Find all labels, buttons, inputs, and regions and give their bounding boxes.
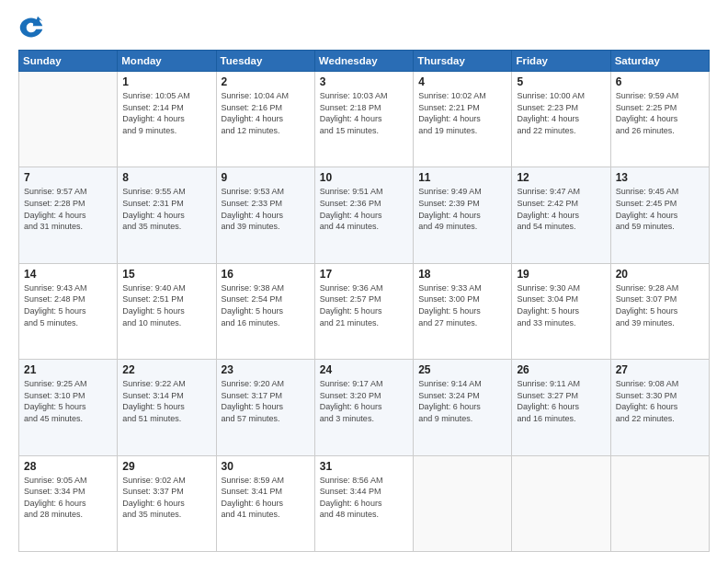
calendar-cell bbox=[610, 455, 709, 551]
day-number: 19 bbox=[517, 268, 605, 281]
day-number: 3 bbox=[320, 75, 408, 88]
day-info: Sunrise: 9:55 AM Sunset: 2:31 PM Dayligh… bbox=[122, 186, 210, 232]
day-info: Sunrise: 9:38 AM Sunset: 2:54 PM Dayligh… bbox=[222, 282, 310, 328]
day-info: Sunrise: 9:45 AM Sunset: 2:45 PM Dayligh… bbox=[616, 186, 704, 232]
day-number: 11 bbox=[418, 171, 506, 184]
calendar-cell: 20Sunrise: 9:28 AM Sunset: 3:07 PM Dayli… bbox=[610, 263, 709, 359]
page: SundayMondayTuesdayWednesdayThursdayFrid… bbox=[0, 0, 728, 563]
weekday-header-saturday: Saturday bbox=[610, 51, 709, 72]
calendar-cell bbox=[512, 455, 610, 551]
day-info: Sunrise: 9:30 AM Sunset: 3:04 PM Dayligh… bbox=[517, 282, 605, 328]
calendar-cell: 22Sunrise: 9:22 AM Sunset: 3:14 PM Dayli… bbox=[118, 360, 216, 455]
calendar-cell: 21Sunrise: 9:25 AM Sunset: 3:10 PM Dayli… bbox=[19, 360, 118, 455]
day-number: 4 bbox=[418, 75, 506, 88]
weekday-header-monday: Monday bbox=[118, 51, 216, 72]
day-number: 2 bbox=[222, 75, 310, 88]
day-info: Sunrise: 9:40 AM Sunset: 2:51 PM Dayligh… bbox=[122, 282, 210, 328]
day-number: 23 bbox=[222, 363, 310, 376]
day-info: Sunrise: 10:04 AM Sunset: 2:16 PM Daylig… bbox=[222, 90, 310, 136]
day-number: 20 bbox=[616, 268, 704, 281]
calendar-cell: 4Sunrise: 10:02 AM Sunset: 2:21 PM Dayli… bbox=[414, 72, 512, 167]
day-number: 13 bbox=[616, 171, 704, 184]
calendar-cell: 5Sunrise: 10:00 AM Sunset: 2:23 PM Dayli… bbox=[512, 72, 610, 167]
logo bbox=[18, 15, 46, 40]
calendar-cell: 18Sunrise: 9:33 AM Sunset: 3:00 PM Dayli… bbox=[414, 263, 512, 359]
day-info: Sunrise: 9:36 AM Sunset: 2:57 PM Dayligh… bbox=[320, 282, 408, 328]
day-number: 18 bbox=[418, 268, 506, 281]
calendar-cell: 9Sunrise: 9:53 AM Sunset: 2:33 PM Daylig… bbox=[216, 167, 314, 263]
day-info: Sunrise: 9:08 AM Sunset: 3:30 PM Dayligh… bbox=[616, 378, 704, 424]
day-info: Sunrise: 9:57 AM Sunset: 2:28 PM Dayligh… bbox=[24, 186, 112, 232]
calendar-cell: 23Sunrise: 9:20 AM Sunset: 3:17 PM Dayli… bbox=[216, 360, 314, 455]
calendar-cell: 7Sunrise: 9:57 AM Sunset: 2:28 PM Daylig… bbox=[19, 167, 118, 263]
day-number: 16 bbox=[222, 268, 310, 281]
day-number: 17 bbox=[320, 268, 408, 281]
weekday-header-sunday: Sunday bbox=[19, 51, 118, 72]
day-number: 1 bbox=[122, 75, 210, 88]
day-info: Sunrise: 10:03 AM Sunset: 2:18 PM Daylig… bbox=[320, 90, 408, 136]
day-number: 28 bbox=[24, 460, 112, 473]
day-number: 5 bbox=[517, 75, 605, 88]
day-number: 29 bbox=[122, 460, 210, 473]
day-number: 15 bbox=[122, 268, 210, 281]
day-number: 30 bbox=[222, 460, 310, 473]
day-number: 26 bbox=[517, 363, 605, 376]
calendar-week-2: 7Sunrise: 9:57 AM Sunset: 2:28 PM Daylig… bbox=[19, 167, 710, 263]
weekday-header-wednesday: Wednesday bbox=[314, 51, 413, 72]
calendar-cell: 11Sunrise: 9:49 AM Sunset: 2:39 PM Dayli… bbox=[414, 167, 512, 263]
calendar-cell: 28Sunrise: 9:05 AM Sunset: 3:34 PM Dayli… bbox=[19, 455, 118, 551]
day-info: Sunrise: 9:47 AM Sunset: 2:42 PM Dayligh… bbox=[517, 186, 605, 232]
calendar-cell: 29Sunrise: 9:02 AM Sunset: 3:37 PM Dayli… bbox=[118, 455, 216, 551]
calendar-cell: 3Sunrise: 10:03 AM Sunset: 2:18 PM Dayli… bbox=[314, 72, 413, 167]
weekday-header-friday: Friday bbox=[512, 51, 610, 72]
day-info: Sunrise: 10:05 AM Sunset: 2:14 PM Daylig… bbox=[122, 90, 210, 136]
weekday-row: SundayMondayTuesdayWednesdayThursdayFrid… bbox=[19, 51, 710, 72]
day-info: Sunrise: 8:59 AM Sunset: 3:41 PM Dayligh… bbox=[222, 475, 310, 521]
calendar-cell: 2Sunrise: 10:04 AM Sunset: 2:16 PM Dayli… bbox=[216, 72, 314, 167]
day-number: 8 bbox=[122, 171, 210, 184]
calendar-cell: 31Sunrise: 8:56 AM Sunset: 3:44 PM Dayli… bbox=[314, 455, 413, 551]
day-info: Sunrise: 9:14 AM Sunset: 3:24 PM Dayligh… bbox=[418, 378, 506, 424]
day-number: 14 bbox=[24, 268, 112, 281]
calendar-cell: 19Sunrise: 9:30 AM Sunset: 3:04 PM Dayli… bbox=[512, 263, 610, 359]
calendar-cell bbox=[19, 72, 118, 167]
calendar-cell: 27Sunrise: 9:08 AM Sunset: 3:30 PM Dayli… bbox=[610, 360, 709, 455]
day-info: Sunrise: 9:02 AM Sunset: 3:37 PM Dayligh… bbox=[122, 475, 210, 521]
day-info: Sunrise: 9:43 AM Sunset: 2:48 PM Dayligh… bbox=[24, 282, 112, 328]
day-info: Sunrise: 9:51 AM Sunset: 2:36 PM Dayligh… bbox=[320, 186, 408, 232]
calendar-cell: 25Sunrise: 9:14 AM Sunset: 3:24 PM Dayli… bbox=[414, 360, 512, 455]
day-info: Sunrise: 8:56 AM Sunset: 3:44 PM Dayligh… bbox=[320, 475, 408, 521]
calendar-week-5: 28Sunrise: 9:05 AM Sunset: 3:34 PM Dayli… bbox=[19, 455, 710, 551]
day-info: Sunrise: 9:49 AM Sunset: 2:39 PM Dayligh… bbox=[418, 186, 506, 232]
weekday-header-tuesday: Tuesday bbox=[216, 51, 314, 72]
day-info: Sunrise: 9:20 AM Sunset: 3:17 PM Dayligh… bbox=[222, 378, 310, 424]
day-info: Sunrise: 9:22 AM Sunset: 3:14 PM Dayligh… bbox=[122, 378, 210, 424]
day-info: Sunrise: 9:17 AM Sunset: 3:20 PM Dayligh… bbox=[320, 378, 408, 424]
calendar-cell: 30Sunrise: 8:59 AM Sunset: 3:41 PM Dayli… bbox=[216, 455, 314, 551]
day-number: 6 bbox=[616, 75, 704, 88]
day-number: 27 bbox=[616, 363, 704, 376]
day-info: Sunrise: 9:59 AM Sunset: 2:25 PM Dayligh… bbox=[616, 90, 704, 136]
day-number: 7 bbox=[24, 171, 112, 184]
calendar-cell: 6Sunrise: 9:59 AM Sunset: 2:25 PM Daylig… bbox=[610, 72, 709, 167]
calendar-cell: 26Sunrise: 9:11 AM Sunset: 3:27 PM Dayli… bbox=[512, 360, 610, 455]
day-info: Sunrise: 9:05 AM Sunset: 3:34 PM Dayligh… bbox=[24, 475, 112, 521]
calendar-week-1: 1Sunrise: 10:05 AM Sunset: 2:14 PM Dayli… bbox=[19, 72, 710, 167]
day-info: Sunrise: 9:33 AM Sunset: 3:00 PM Dayligh… bbox=[418, 282, 506, 328]
weekday-header-thursday: Thursday bbox=[414, 51, 512, 72]
calendar-cell: 17Sunrise: 9:36 AM Sunset: 2:57 PM Dayli… bbox=[314, 263, 413, 359]
day-info: Sunrise: 9:28 AM Sunset: 3:07 PM Dayligh… bbox=[616, 282, 704, 328]
day-number: 9 bbox=[222, 171, 310, 184]
day-info: Sunrise: 10:02 AM Sunset: 2:21 PM Daylig… bbox=[418, 90, 506, 136]
calendar-cell: 12Sunrise: 9:47 AM Sunset: 2:42 PM Dayli… bbox=[512, 167, 610, 263]
day-number: 25 bbox=[418, 363, 506, 376]
calendar-cell: 10Sunrise: 9:51 AM Sunset: 2:36 PM Dayli… bbox=[314, 167, 413, 263]
calendar-cell: 1Sunrise: 10:05 AM Sunset: 2:14 PM Dayli… bbox=[118, 72, 216, 167]
calendar-cell: 16Sunrise: 9:38 AM Sunset: 2:54 PM Dayli… bbox=[216, 263, 314, 359]
calendar-header: SundayMondayTuesdayWednesdayThursdayFrid… bbox=[19, 51, 710, 72]
day-number: 12 bbox=[517, 171, 605, 184]
day-number: 31 bbox=[320, 460, 408, 473]
day-info: Sunrise: 9:53 AM Sunset: 2:33 PM Dayligh… bbox=[222, 186, 310, 232]
day-number: 21 bbox=[24, 363, 112, 376]
logo-icon bbox=[18, 15, 44, 40]
